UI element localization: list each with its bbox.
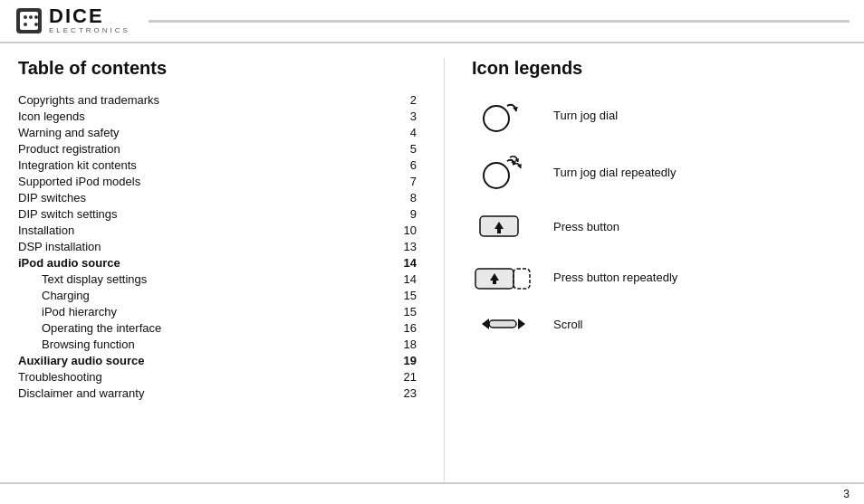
toc-item-label: DIP switch settings — [18, 205, 383, 222]
scroll-label: Scroll — [553, 318, 583, 331]
icon-legend-jog-dial-repeat: Turn jog dial repeatedly — [472, 152, 846, 193]
toc-row: DSP installation13 — [18, 238, 417, 254]
toc-item-label: iPod audio source — [18, 254, 383, 271]
svg-point-4 — [34, 15, 38, 19]
toc-item-label: Integration kit contents — [18, 157, 383, 173]
toc-item-page: 5 — [383, 140, 417, 157]
toc-row: Warning and safety4 — [18, 124, 417, 140]
toc-item-label: Warning and safety — [18, 124, 383, 140]
jog-dial-repeat-icon — [472, 152, 535, 193]
svg-point-3 — [29, 15, 33, 19]
toc-item-page: 10 — [383, 222, 417, 238]
page-number: 3 — [843, 488, 850, 500]
logo: DICE ELECTRONICS — [14, 5, 130, 37]
toc-row: Disclaimer and warranty23 — [18, 385, 417, 401]
svg-marker-22 — [518, 319, 525, 329]
toc-item-label: DIP switches — [18, 189, 383, 205]
toc-item-label: iPod hierarchy — [18, 303, 383, 319]
icon-legend-jog-dial: Turn jog dial — [472, 95, 846, 136]
toc-item-page: 8 — [383, 189, 417, 205]
toc-item-label: Disclaimer and warranty — [18, 385, 383, 401]
toc-item-page: 13 — [383, 238, 417, 254]
icons-section: Icon legends Turn jog dial — [454, 58, 846, 482]
svg-rect-18 — [493, 281, 496, 284]
icon-legend-press-button-repeat: Press button repeatedly — [472, 260, 846, 294]
jog-dial-repeat-label: Turn jog dial repeatedly — [553, 166, 676, 179]
toc-item-page: 15 — [383, 303, 417, 319]
toc-row: DIP switches8 — [18, 189, 417, 205]
toc-title: Table of contents — [18, 58, 417, 79]
svg-point-2 — [24, 15, 27, 19]
logo-electronics: ELECTRONICS — [49, 26, 130, 35]
toc-item-label: Supported iPod models — [18, 173, 383, 189]
toc-item-label: Copyrights and trademarks — [18, 91, 383, 108]
toc-item-label: Product registration — [18, 140, 383, 157]
toc-item-page: 14 — [383, 271, 417, 287]
svg-point-7 — [484, 106, 509, 131]
toc-item-page: 6 — [383, 157, 417, 173]
svg-point-9 — [484, 163, 509, 188]
toc-row: Icon legends3 — [18, 108, 417, 124]
toc-item-page: 23 — [383, 385, 417, 401]
toc-item-page: 7 — [383, 173, 417, 189]
toc-item-label: Icon legends — [18, 108, 383, 124]
press-button-repeat-label: Press button repeatedly — [553, 271, 677, 284]
toc-row: Browsing function18 — [18, 336, 417, 352]
column-divider — [444, 58, 445, 482]
toc-table: Copyrights and trademarks2Icon legends3W… — [18, 91, 417, 401]
scroll-icon — [472, 310, 535, 338]
press-button-label: Press button — [553, 220, 619, 233]
svg-rect-19 — [514, 269, 530, 289]
toc-item-label: Installation — [18, 222, 383, 238]
toc-row: Auxiliary audio source19 — [18, 352, 417, 368]
toc-item-label: Auxiliary audio source — [18, 352, 383, 368]
toc-item-label: DSP installation — [18, 238, 383, 254]
icon-legend-press-button: Press button — [472, 209, 846, 243]
jog-dial-icon — [472, 95, 535, 136]
logo-dice: DICE — [49, 6, 130, 26]
svg-point-5 — [24, 23, 27, 26]
toc-row: Troubleshooting21 — [18, 368, 417, 385]
toc-item-label: Text display settings — [18, 271, 383, 287]
toc-row: DIP switch settings9 — [18, 205, 417, 222]
toc-item-page: 21 — [383, 368, 417, 385]
svg-rect-15 — [497, 229, 501, 233]
toc-item-label: Troubleshooting — [18, 368, 383, 385]
toc-row: Product registration5 — [18, 140, 417, 157]
toc-item-page: 19 — [383, 352, 417, 368]
svg-rect-21 — [489, 320, 516, 328]
press-button-icon — [472, 209, 535, 243]
jog-dial-label: Turn jog dial — [553, 109, 618, 122]
svg-marker-20 — [482, 319, 489, 329]
header: DICE ELECTRONICS — [0, 0, 864, 43]
footer: 3 — [0, 482, 864, 504]
svg-rect-1 — [20, 12, 38, 30]
toc-item-label: Browsing function — [18, 336, 383, 352]
icons-title: Icon legends — [472, 58, 846, 79]
toc-section: Table of contents Copyrights and tradema… — [18, 58, 435, 482]
toc-row: Charging15 — [18, 287, 417, 303]
toc-item-page: 4 — [383, 124, 417, 140]
toc-item-page: 9 — [383, 205, 417, 222]
svg-point-6 — [34, 23, 38, 26]
toc-row: Integration kit contents6 — [18, 157, 417, 173]
toc-row: Operating the interface16 — [18, 319, 417, 336]
toc-item-page: 16 — [383, 319, 417, 336]
toc-row: iPod hierarchy15 — [18, 303, 417, 319]
toc-row: iPod audio source14 — [18, 254, 417, 271]
dice-logo-icon — [14, 5, 47, 37]
main-content: Table of contents Copyrights and tradema… — [0, 43, 864, 482]
toc-item-page: 3 — [383, 108, 417, 124]
logo-text: DICE ELECTRONICS — [49, 6, 130, 35]
press-button-repeat-icon — [472, 260, 535, 294]
icon-legend-scroll: Scroll — [472, 310, 846, 338]
toc-item-page: 18 — [383, 336, 417, 352]
header-line — [149, 20, 850, 23]
toc-row: Text display settings14 — [18, 271, 417, 287]
toc-row: Supported iPod models7 — [18, 173, 417, 189]
toc-row: Installation10 — [18, 222, 417, 238]
toc-row: Copyrights and trademarks2 — [18, 91, 417, 108]
toc-item-label: Charging — [18, 287, 383, 303]
toc-item-page: 15 — [383, 287, 417, 303]
toc-item-page: 14 — [383, 254, 417, 271]
